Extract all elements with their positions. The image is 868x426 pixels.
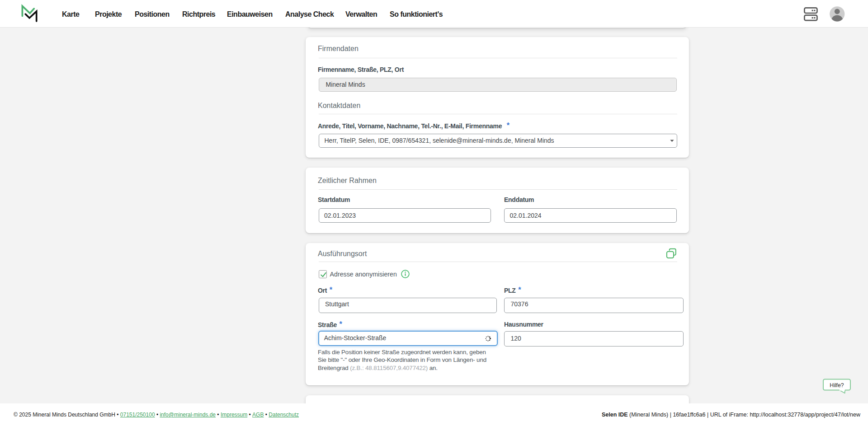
svg-text:Hilfe?: Hilfe?: [830, 382, 844, 389]
